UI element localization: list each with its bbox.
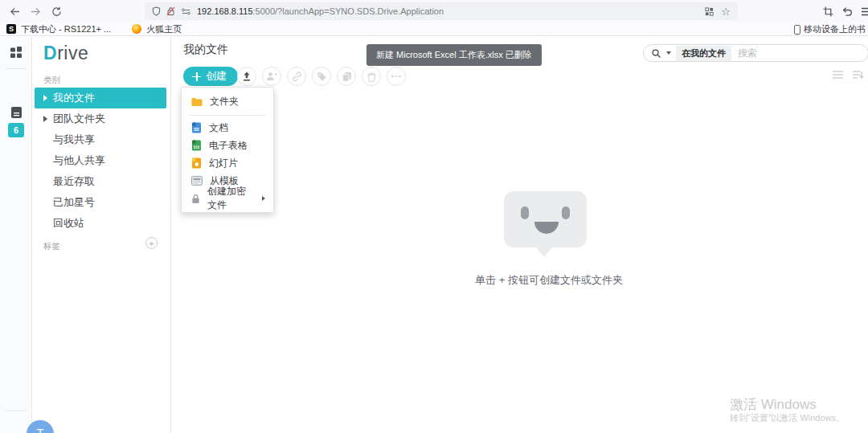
reload-icon	[51, 6, 62, 17]
bookmarks-bar: S 下载中心 - RS1221+ ... 火狐主页 移动设备上的书	[0, 22, 868, 36]
lock-icon	[191, 194, 200, 204]
apps-grid-icon	[10, 46, 23, 59]
share-button[interactable]	[262, 67, 281, 86]
add-tag-button[interactable]: +	[145, 237, 158, 249]
menu-item-slides[interactable]: 幻灯片	[182, 154, 273, 172]
copy-button[interactable]	[337, 67, 356, 86]
spreadsheet-icon	[191, 140, 202, 151]
create-button[interactable]: 创建	[183, 67, 238, 86]
windows-activation-watermark-sub: 转到“设置”以激活 Windows。	[730, 412, 845, 424]
rail-divider	[6, 68, 27, 69]
page-title: 我的文件	[183, 43, 228, 57]
back-icon	[10, 7, 20, 16]
sidebar-item-shared-with-me[interactable]: 与我共享	[35, 129, 166, 150]
screen: 192.168.8.115:5000/?launchApp=SYNO.SDS.D…	[0, 0, 868, 433]
menu-item-encrypted-file[interactable]: 创建加密文件	[182, 190, 273, 207]
sidebar: Drive 类别 我的文件 团队文件夹 与我共享 与他人共享 最近存取 已加星号…	[32, 37, 171, 433]
mobile-bookmarks[interactable]: 移动设备上的书	[794, 22, 866, 36]
sidebar-item-shared-with-others[interactable]: 与他人共享	[35, 150, 166, 171]
undo-arrow-icon	[841, 6, 853, 16]
menu-item-folder[interactable]: 文件夹	[182, 92, 273, 112]
rail-bottom-divider	[6, 411, 27, 411]
tag-icon	[317, 71, 327, 82]
empty-state-illustration	[504, 191, 587, 247]
search-scope-chip[interactable]: 在我的文件	[676, 46, 731, 61]
menu-item-spreadsheet[interactable]: 电子表格	[182, 137, 273, 154]
sidebar-item-team-folder[interactable]: 团队文件夹	[35, 108, 166, 129]
create-menu: 文件夹 文档 电子表格 幻灯片	[181, 87, 274, 213]
sidebar-item-recycle-bin[interactable]: 回收站	[35, 213, 166, 234]
sidebar-item-recent[interactable]: 最近存取	[35, 171, 166, 192]
menu-divider	[190, 115, 265, 116]
slides-icon	[191, 157, 202, 169]
bookmark-download-center[interactable]: 下载中心 - RS1221+ ...	[21, 23, 111, 35]
extension-icon[interactable]	[705, 7, 714, 16]
plus-icon	[192, 72, 201, 81]
upload-icon	[242, 71, 252, 81]
trash-icon	[366, 71, 377, 82]
firefox-icon	[132, 24, 141, 34]
template-icon	[191, 176, 203, 186]
tags-section-label: 标签	[43, 241, 60, 252]
menu-item-document[interactable]: 文档	[182, 119, 273, 137]
phone-icon	[794, 25, 800, 35]
view-controls	[832, 70, 864, 80]
toast-notification: 新建 Microsoft Excel 工作表.xlsx 已删除	[366, 44, 542, 66]
sort-icon[interactable]	[852, 70, 864, 80]
url-path: :5000/?launchApp=SYNO.SDS.Drive.Applicat…	[253, 6, 444, 16]
more-actions-button[interactable]	[387, 67, 406, 86]
browser-menu-button[interactable]	[858, 3, 868, 19]
forward-button[interactable]	[27, 3, 43, 19]
undo-close-button[interactable]	[839, 3, 855, 19]
forward-icon	[31, 7, 41, 16]
folder-icon	[191, 97, 203, 107]
drive-logo: Drive	[43, 43, 88, 64]
add-person-icon	[266, 71, 277, 81]
search-scope-caret-icon[interactable]	[666, 51, 671, 55]
search-bar[interactable]: 在我的文件	[643, 44, 868, 62]
bookmark-star-icon[interactable]: ☆	[721, 6, 731, 17]
synology-favicon: S	[6, 24, 16, 34]
notification-badge[interactable]: 6	[8, 123, 24, 137]
main-content: 我的文件 创建	[171, 37, 868, 433]
windows-activation-watermark: 激活 Windows	[730, 395, 817, 414]
browser-toolbar: 192.168.8.115:5000/?launchApp=SYNO.SDS.D…	[0, 0, 868, 22]
link-button[interactable]	[287, 67, 306, 86]
url-bar[interactable]: 192.168.8.115:5000/?launchApp=SYNO.SDS.D…	[145, 2, 738, 20]
app-rail: 6	[0, 37, 32, 433]
bubble-tail	[536, 247, 552, 257]
expand-arrow-icon[interactable]	[43, 116, 47, 122]
document-app-icon	[10, 106, 23, 119]
empty-state-hint: 单击 + 按钮可创建文件或文件夹	[428, 273, 669, 288]
label-button[interactable]	[312, 67, 331, 86]
insecure-lock-icon[interactable]	[166, 6, 175, 16]
screenshot-button[interactable]	[820, 3, 836, 19]
reload-button[interactable]	[48, 3, 64, 19]
list-view-icon[interactable]	[832, 70, 844, 80]
tracking-shield-icon[interactable]	[152, 6, 161, 16]
document-app-button[interactable]	[8, 104, 24, 121]
crop-icon	[823, 6, 833, 17]
category-section-label: 类别	[43, 75, 60, 86]
copy-icon	[342, 71, 352, 82]
link-icon	[292, 71, 302, 82]
search-icon	[651, 48, 661, 59]
sidebar-item-my-files[interactable]: 我的文件	[35, 88, 166, 108]
smiley-mouth	[534, 222, 559, 234]
url-text: 192.168.8.115:5000/?launchApp=SYNO.SDS.D…	[197, 6, 444, 16]
delete-button[interactable]	[362, 67, 381, 86]
submenu-arrow-icon	[262, 196, 265, 201]
apps-grid-button[interactable]	[8, 44, 24, 60]
back-button[interactable]	[6, 3, 23, 19]
search-input[interactable]	[736, 47, 844, 59]
smiley-right-eye	[562, 206, 570, 219]
sidebar-item-starred[interactable]: 已加星号	[35, 192, 166, 213]
port-indicator-icon	[181, 8, 191, 15]
smiley-left-eye	[521, 206, 529, 219]
ellipsis-icon	[391, 76, 401, 78]
expand-arrow-icon[interactable]	[43, 95, 47, 101]
hamburger-icon	[861, 7, 868, 16]
bookmark-firefox-home[interactable]: 火狐主页	[146, 23, 182, 35]
upload-button[interactable]	[237, 67, 256, 86]
url-host: 192.168.8.115	[197, 6, 253, 16]
